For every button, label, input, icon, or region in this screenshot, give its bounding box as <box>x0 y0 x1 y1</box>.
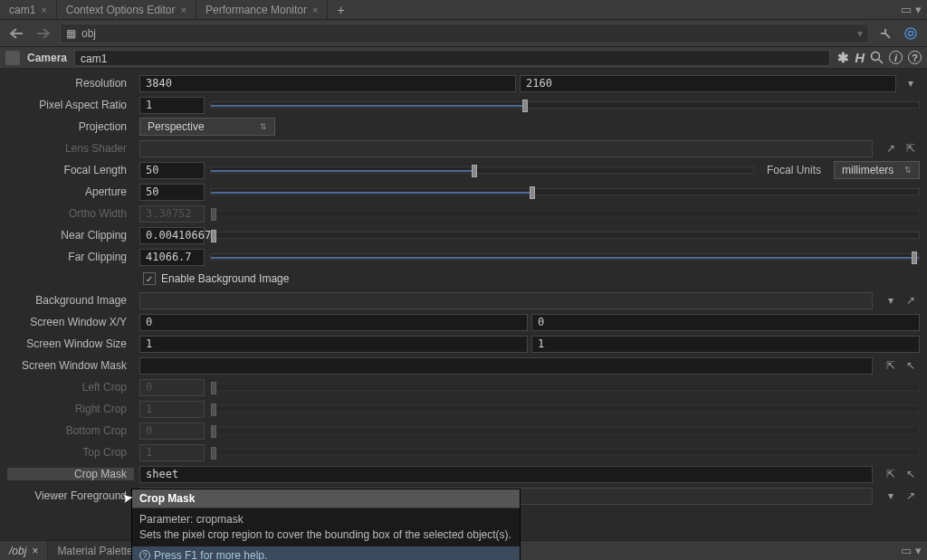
minimize-icon[interactable]: ▭ <box>901 544 912 557</box>
camera-node-icon <box>5 51 20 65</box>
minimize-icon[interactable]: ▭ <box>901 3 912 16</box>
near-clipping-input[interactable]: 0.00410667 <box>139 227 205 244</box>
node-type-label: Camera <box>27 52 67 64</box>
left-crop-slider <box>210 384 920 391</box>
chevron-updown-icon: ⇅ <box>260 122 267 131</box>
node-name-input[interactable]: cam1 <box>74 50 830 66</box>
bottom-tab-obj[interactable]: /obj× <box>0 541 48 560</box>
pointer-icon[interactable]: ↖ <box>902 357 920 374</box>
bg-image-input[interactable] <box>139 292 873 309</box>
pointer-icon[interactable]: ↖ <box>902 466 920 482</box>
chevron-down-icon[interactable]: ▾ <box>882 488 900 504</box>
focal-length-input[interactable]: 50 <box>139 162 205 179</box>
projection-dropdown[interactable]: Perspective⇅ <box>139 118 275 136</box>
top-tab-bar: cam1× Context Options Editor× Performanc… <box>0 0 927 20</box>
gear-icon[interactable]: ✱ <box>837 50 849 66</box>
top-tab-context-options[interactable]: Context Options Editor× <box>57 0 196 19</box>
bottom-tab-material-palette[interactable]: Material Palette <box>48 541 142 560</box>
node-header: Camera cam1 ✱ H i ? <box>0 47 927 69</box>
svg-point-0 <box>905 28 916 39</box>
close-icon[interactable]: × <box>181 5 186 15</box>
info-icon[interactable]: i <box>889 51 903 64</box>
ortho-width-label: Ortho Width <box>7 207 134 220</box>
resolution-x-input[interactable]: 3840 <box>139 75 516 92</box>
ortho-width-slider <box>210 210 920 217</box>
svg-point-1 <box>909 31 913 35</box>
screen-window-size-x-input[interactable]: 1 <box>139 336 528 353</box>
operator-chooser-icon[interactable]: ↗ <box>882 140 900 157</box>
chevron-down-icon[interactable]: ▾ <box>857 27 863 40</box>
near-clipping-slider[interactable] <box>210 232 920 239</box>
top-tab-performance-monitor[interactable]: Performance Monitor× <box>196 0 328 19</box>
focal-units-dropdown[interactable]: millimeters⇅ <box>834 161 920 179</box>
houdini-icon[interactable]: H <box>855 50 865 65</box>
close-icon[interactable]: × <box>41 5 46 15</box>
target-button[interactable] <box>900 24 922 43</box>
forward-button[interactable] <box>33 24 54 43</box>
navigation-bar: ▦ obj ▾ <box>0 20 927 47</box>
far-clipping-input[interactable]: 41066.7 <box>139 249 205 266</box>
screen-window-y-input[interactable]: 0 <box>531 314 920 331</box>
lens-shader-label: Lens Shader <box>7 142 134 155</box>
menu-button[interactable]: ▾ <box>902 75 920 91</box>
chevron-down-icon[interactable]: ▾ <box>882 292 900 308</box>
lens-shader-input <box>139 140 873 157</box>
bottom-crop-slider <box>210 427 920 434</box>
pixel-aspect-label: Pixel Aspect Ratio <box>7 99 134 111</box>
left-crop-input: 0 <box>139 379 205 396</box>
top-crop-slider <box>210 449 920 456</box>
aperture-label: Aperture <box>7 185 134 198</box>
near-clipping-label: Near Clipping <box>7 229 134 242</box>
pixel-aspect-input[interactable]: 1 <box>139 97 205 114</box>
top-tab-cam1[interactable]: cam1× <box>0 0 57 19</box>
pin-button[interactable] <box>874 24 896 43</box>
tooltip-description: Sets the pixel crop region to cover the … <box>139 527 512 543</box>
close-icon[interactable]: × <box>32 545 38 557</box>
right-crop-slider <box>210 405 920 413</box>
jump-icon[interactable]: ⇱ <box>882 466 900 482</box>
back-button[interactable] <box>5 24 27 43</box>
parameter-tooltip: Crop Mask Parameter: cropmask Sets the p… <box>131 489 521 560</box>
tooltip-help-text: Press F1 for more help. <box>154 549 267 560</box>
focal-length-slider[interactable] <box>210 166 754 174</box>
focal-length-label: Focal Length <box>7 164 134 176</box>
path-input[interactable]: ▦ obj ▾ <box>60 24 869 43</box>
crop-mask-input[interactable]: sheet <box>139 466 873 483</box>
file-chooser-icon[interactable]: ↗ <box>902 488 920 504</box>
aperture-slider[interactable] <box>210 188 920 195</box>
screen-window-x-input[interactable]: 0 <box>139 314 528 331</box>
screen-window-mask-label: Screen Window Mask <box>7 359 134 372</box>
jump-icon[interactable]: ⇱ <box>882 357 900 374</box>
mouse-cursor-icon: ➤ <box>121 489 135 506</box>
resolution-y-input[interactable]: 2160 <box>520 75 896 92</box>
parameter-panel: Resolution 3840 2160 ▾ Pixel Aspect Rati… <box>0 69 927 507</box>
resolution-label: Resolution <box>7 77 134 90</box>
crop-mask-label: Crop Mask <box>7 468 134 480</box>
bottom-crop-input: 0 <box>139 422 205 440</box>
file-chooser-icon[interactable]: ↗ <box>902 292 920 308</box>
left-crop-label: Left Crop <box>7 381 134 394</box>
close-icon[interactable]: × <box>312 5 318 15</box>
chevron-updown-icon: ⇅ <box>904 166 912 175</box>
far-clipping-label: Far Clipping <box>7 251 134 263</box>
right-crop-label: Right Crop <box>7 403 134 415</box>
tooltip-title: Crop Mask <box>132 489 520 508</box>
top-crop-label: Top Crop <box>7 446 134 459</box>
screen-window-size-y-input[interactable]: 1 <box>531 336 920 353</box>
node-icon: ▦ <box>66 27 76 40</box>
aperture-input[interactable]: 50 <box>139 184 205 201</box>
pixel-aspect-slider[interactable] <box>210 101 920 109</box>
add-tab-button[interactable]: + <box>328 0 353 20</box>
top-crop-input: 1 <box>139 444 205 461</box>
expand-icon[interactable]: ▾ <box>915 544 922 557</box>
screen-window-mask-input[interactable] <box>139 357 873 375</box>
expand-icon[interactable]: ▾ <box>915 3 922 16</box>
viewer-foreground-label: Viewer Foreground <box>7 489 134 502</box>
far-clipping-slider[interactable] <box>210 253 920 261</box>
svg-point-2 <box>872 52 880 61</box>
jump-icon[interactable]: ⇱ <box>902 140 920 157</box>
search-icon[interactable] <box>870 51 884 64</box>
enable-bg-checkbox[interactable]: ✓ Enable Background Image <box>139 272 289 285</box>
help-icon[interactable]: ? <box>908 51 922 64</box>
bottom-crop-label: Bottom Crop <box>7 424 134 437</box>
